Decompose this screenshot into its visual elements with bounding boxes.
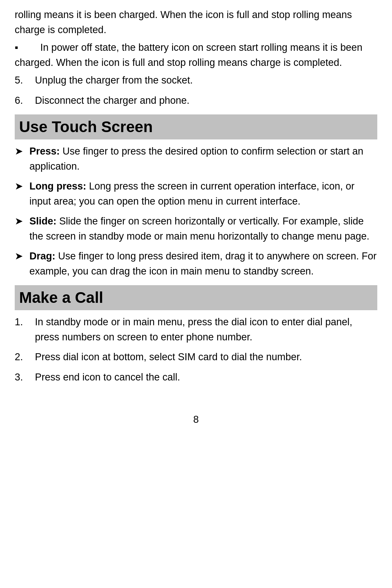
touch-screen-item-drag: ➤ Drag: Use finger to long press desired… bbox=[15, 249, 377, 279]
arrow-icon-2: ➤ bbox=[15, 179, 29, 194]
make-a-call-item-1: 1. In standby mode or in main menu, pres… bbox=[15, 315, 377, 344]
touch-screen-slide-text: Slide: Slide the finger on screen horizo… bbox=[29, 214, 377, 244]
page-number: 8 bbox=[15, 414, 377, 425]
bullet-marker: ▪ bbox=[15, 42, 40, 53]
touch-screen-item-slide: ➤ Slide: Slide the finger on screen hori… bbox=[15, 214, 377, 244]
touch-screen-item-longpress: ➤ Long press: Long press the screen in c… bbox=[15, 179, 377, 209]
arrow-icon-1: ➤ bbox=[15, 144, 29, 159]
intro-line1: rolling means it is been charged. When t… bbox=[15, 7, 377, 37]
arrow-icon-4: ➤ bbox=[15, 249, 29, 264]
touch-screen-press-text: Press: Use finger to press the desired o… bbox=[29, 144, 377, 174]
make-a-call-header: Make a Call bbox=[15, 285, 377, 310]
touch-screen-drag-text: Drag: Use finger to long press desired i… bbox=[29, 249, 377, 279]
intro-item-5: 5. Unplug the charger from the socket. bbox=[15, 73, 377, 88]
make-a-call-item-2: 2. Press dial icon at bottom, select SIM… bbox=[15, 350, 377, 365]
touch-screen-header: Use Touch Screen bbox=[15, 114, 377, 139]
intro-section: rolling means it is been charged. When t… bbox=[15, 7, 377, 108]
make-a-call-title: Make a Call bbox=[19, 289, 373, 307]
touch-screen-title: Use Touch Screen bbox=[19, 118, 373, 136]
touch-screen-longpress-text: Long press: Long press the screen in cur… bbox=[29, 179, 377, 209]
make-a-call-item-3: 3. Press end icon to cancel the call. bbox=[15, 370, 377, 385]
intro-bullet1: ▪ In power off state, the battery icon o… bbox=[15, 40, 377, 70]
touch-screen-list: ➤ Press: Use finger to press the desired… bbox=[15, 144, 377, 279]
arrow-icon-3: ➤ bbox=[15, 214, 29, 229]
touch-screen-item-press: ➤ Press: Use finger to press the desired… bbox=[15, 144, 377, 174]
make-a-call-list: 1. In standby mode or in main menu, pres… bbox=[15, 315, 377, 385]
intro-item-6: 6. Disconnect the charger and phone. bbox=[15, 93, 377, 108]
